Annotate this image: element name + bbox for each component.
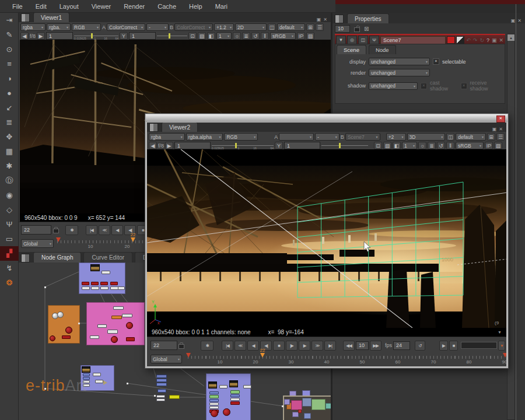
node[interactable] [110,282,118,285]
help-icon[interactable]: ? [486,37,490,43]
max-panels-field[interactable]: 10 [335,25,350,33]
node[interactable] [100,286,108,290]
dot-node[interactable] [223,408,230,416]
checker-icon[interactable]: ▨ [306,32,314,40]
menu-item[interactable]: File [6,3,29,10]
input-number-dropdown[interactable]: 1 [402,142,417,149]
transform-icon[interactable]: ✥ [0,130,19,144]
gamma-slider[interactable] [321,142,368,149]
node[interactable] [209,395,219,398]
gain-field[interactable]: 1 [46,32,73,40]
close-all-panels-icon[interactable]: ⊠ [364,26,369,32]
transport-button[interactable]: ≪ [99,225,110,235]
fstop-prev-icon[interactable]: ◀ [149,142,157,149]
node[interactable] [82,286,90,290]
flipbook-icon[interactable]: ▾ [498,341,505,351]
particles-icon[interactable]: ✱ [0,159,19,173]
panel-menu-icon[interactable] [335,15,344,23]
transport-button[interactable]: ◀ [111,225,123,235]
panel-menu-icon[interactable] [21,13,30,22]
node[interactable] [156,374,167,378]
input-number-dropdown[interactable]: 1 [216,32,232,40]
display-channels-dropdown[interactable]: RGB [72,23,101,31]
render-stop-icon[interactable]: ■ [449,341,458,351]
transport-button[interactable]: ≪ [235,341,246,351]
node[interactable] [93,373,101,376]
dot-node[interactable] [211,410,218,417]
node[interactable] [118,286,125,290]
playhead-marker[interactable] [131,237,135,242]
wire-handle[interactable] [44,286,46,288]
node[interactable] [107,330,118,334]
arrow-node[interactable] [103,380,107,385]
node-name-field[interactable]: Scene7 [380,36,446,44]
roi-icon[interactable]: ⊡ [188,32,197,40]
a-input-dropdown[interactable] [279,133,314,141]
node[interactable] [100,282,108,285]
realtime-icon[interactable]: ✱ [65,225,78,235]
lock-icon[interactable] [178,344,184,349]
view-mode-dropdown[interactable]: 3D [407,133,446,141]
menu-item[interactable]: Help [183,3,209,10]
node[interactable] [156,379,167,382]
stereo-view-dropdown[interactable]: default [277,23,305,31]
plugins-icon[interactable]: ▞ [0,246,19,261]
filter-icon[interactable]: ● [0,86,19,100]
settings-gear-icon[interactable]: ☼ [233,32,241,40]
pause-icon[interactable]: ‖ [261,32,269,40]
cast-shadow-checkbox[interactable]: ✕ [421,83,427,89]
properties-node-tab[interactable]: Node [369,45,396,54]
draw-icon[interactable]: ✎ [0,27,19,42]
other-icon[interactable]: ▭ [0,232,19,246]
wipe-icon[interactable]: ◧ [393,142,401,149]
read-node[interactable] [82,366,90,373]
node[interactable] [156,398,165,401]
b-input-dropdown[interactable]: ColorCorrect [174,23,213,31]
metadata-icon[interactable]: Ψ [0,217,19,232]
toolsets-icon[interactable]: ◇ [0,202,19,217]
ofx-icon[interactable]: ↯ [0,261,19,275]
transport-button[interactable]: |◀ [222,341,233,351]
center-node-icon[interactable]: ◎ [347,36,357,44]
furnace-icon[interactable]: ❂ [0,275,19,290]
dot-node[interactable] [126,322,133,329]
float-panel-icon[interactable]: ▣ [317,17,321,22]
node[interactable] [169,395,180,399]
node[interactable] [102,271,110,274]
node[interactable] [91,286,99,290]
menu-item[interactable]: Edit [29,3,53,10]
viewer2-window-titlebar[interactable]: ✕ [146,114,508,122]
viewer2-viewport[interactable]: 1000 (9 Y x [147,149,506,328]
properties-tab[interactable]: Properties [347,13,389,23]
proxy-icon[interactable]: ▧ [383,142,391,149]
layer-dropdown[interactable]: rgba [20,23,46,31]
roi-icon[interactable]: ⊡ [374,142,382,149]
merge-icon[interactable]: ≣ [0,115,19,130]
playhead-marker[interactable] [260,353,265,358]
frame-range-dropdown[interactable]: Global [21,239,54,248]
node[interactable] [209,399,219,402]
gamma-toggle[interactable]: Y [275,142,283,149]
node[interactable] [230,401,240,405]
node[interactable] [219,385,228,388]
node[interactable] [230,390,240,394]
channel-icon[interactable]: ≡ [0,57,19,71]
window-close-icon[interactable]: ✕ [496,116,505,123]
close-panel-icon[interactable]: ✕ [323,17,327,22]
viewer-layout-icon[interactable]: ☰ [316,23,324,31]
input-process-toggle[interactable]: IP [485,142,493,149]
gamma-field[interactable]: 1 [284,142,320,149]
node[interactable] [113,306,124,310]
redo-icon[interactable]: ↷ [473,37,478,43]
node[interactable] [312,399,326,410]
node[interactable] [230,394,240,397]
node[interactable] [209,406,219,409]
node[interactable] [230,398,240,401]
realtime-icon[interactable]: ✱ [201,341,214,351]
node[interactable] [156,395,165,398]
node[interactable] [122,314,132,317]
lock-open-icon[interactable] [354,27,360,32]
node[interactable] [95,380,103,383]
range-start-marker[interactable] [56,237,61,242]
capture-icon[interactable]: ◫ [358,36,368,44]
